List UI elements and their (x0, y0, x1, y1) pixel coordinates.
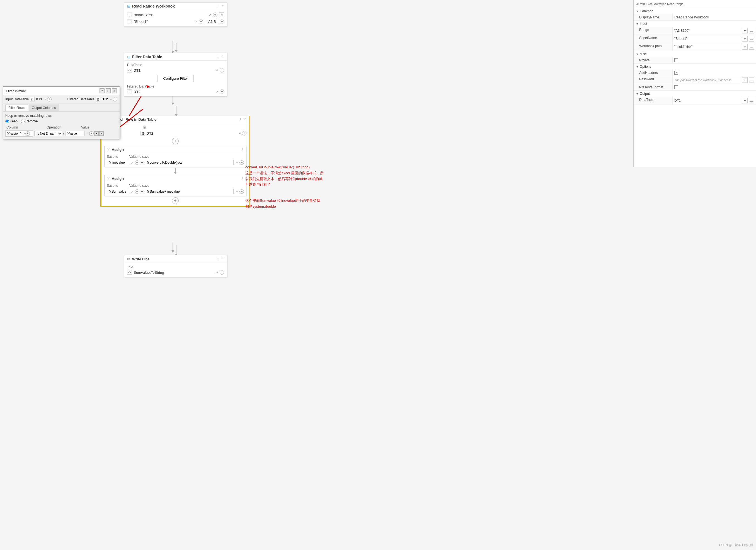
expand-icon-filtered: ↗ (110, 98, 112, 101)
filtered-badge: {} (127, 89, 132, 94)
foreach-collapse[interactable]: ⌃ (244, 118, 246, 122)
arrow-3 (175, 245, 178, 256)
assign2-title: Assign (112, 176, 124, 181)
help-button[interactable]: ? (100, 88, 105, 93)
configure-filter-button[interactable]: Configure Filter (157, 75, 194, 82)
input-label: Input (640, 22, 647, 26)
assign2-value-plus[interactable]: + (239, 189, 244, 194)
col-plus-button[interactable]: + (25, 131, 30, 136)
field2-plus[interactable]: + (199, 20, 203, 24)
workbookpath-ellipsis[interactable]: … (749, 44, 754, 50)
assign1-val-expand: ↗ (235, 161, 238, 164)
assign1-menu[interactable]: ⋮ (241, 148, 244, 152)
range-ellipsis[interactable]: … (749, 28, 754, 33)
add-step-button-1[interactable]: + (172, 138, 179, 144)
preserveformat-checkbox[interactable] (674, 85, 678, 89)
sheetname-ellipsis[interactable]: … (749, 36, 754, 42)
props-path: JiPath.Excel.Activities.ReadRange (634, 0, 756, 8)
radio-keep[interactable]: Keep (5, 119, 18, 123)
section-input-header[interactable]: ▼ Input (634, 21, 756, 27)
filter-dt-title-group: ⊟ Filter Data Table (127, 55, 162, 59)
assign2-value-box: {} Sumvalue+linevalue (145, 189, 234, 194)
value-to-save-label-1: Value to save (129, 155, 149, 159)
assign1-value-plus[interactable]: + (239, 160, 244, 165)
expand-icon-row: ↗ (86, 131, 89, 136)
svg-marker-9 (171, 250, 174, 253)
filtered-plus[interactable]: + (220, 89, 224, 94)
add-step-button-2[interactable]: + (172, 197, 179, 204)
private-checkbox[interactable] (674, 58, 678, 62)
dt-plus[interactable]: + (220, 68, 224, 72)
input-var: DT1 (36, 97, 42, 101)
read-range-icon: ⊞ (127, 4, 130, 8)
tab-output-columns[interactable]: Output Columns (29, 105, 59, 111)
write-line-menu[interactable]: ⋮ (216, 257, 220, 261)
operation-select[interactable]: Is Not Empty (34, 131, 62, 136)
radio-remove[interactable]: Remove (21, 119, 38, 123)
assign-node-1: (x) Assign ⋮ Save to Value to save {} li… (104, 146, 246, 167)
foreach-menu[interactable]: ⋮ (239, 118, 242, 122)
range-plus[interactable]: + (742, 28, 748, 33)
watermark: CSDN @三轮车上的礼帽 (719, 543, 753, 547)
section-options-header[interactable]: ▼ Options (634, 64, 756, 70)
expand-icon-input: ↗ (44, 98, 46, 101)
val-plus-button[interactable]: + (89, 131, 94, 136)
field1-expand-btn[interactable]: □ (219, 12, 224, 17)
tab-filter-rows[interactable]: Filter Rows (5, 105, 28, 111)
filter-op-cell: Is Not Empty ▾ (34, 131, 64, 136)
datatable-ellipsis[interactable]: … (749, 98, 754, 103)
field2-plus2[interactable]: + (220, 20, 224, 24)
section-output-header[interactable]: ▼ Output (634, 91, 756, 97)
sheetname-plus[interactable]: + (742, 36, 748, 42)
section-common-header[interactable]: ▼ Common (634, 8, 756, 14)
radio-remove-input[interactable] (21, 120, 25, 123)
addheaders-checkbox[interactable]: ✓ (674, 71, 678, 75)
assign1-saveto-plus[interactable]: + (135, 160, 139, 165)
password-plus[interactable]: + (742, 77, 748, 83)
assign2-title-group: (x) Assign (107, 176, 124, 181)
options-label: Options (640, 65, 651, 69)
minimize-button[interactable]: □ (106, 88, 111, 93)
assign2-expand: ↗ (131, 190, 133, 193)
displayname-label: DisplayName (634, 14, 673, 20)
assign2-col-headers: Save to Value to save (107, 184, 244, 188)
col-header-operation: Operation (47, 125, 80, 129)
delete-row-button[interactable]: × (94, 131, 99, 136)
field1-plus[interactable]: + (213, 13, 217, 17)
add-row-button[interactable]: + (99, 131, 104, 136)
filter-dt-collapse[interactable]: ⌃ (221, 55, 224, 59)
filter-dt-icon: ⊟ (127, 55, 130, 59)
write-line-collapse[interactable]: ⌃ (221, 257, 224, 261)
arrow-2 (175, 106, 178, 116)
filtered-plus-button[interactable]: + (113, 97, 117, 101)
in-plus[interactable]: + (242, 131, 246, 135)
read-range-collapse-icon[interactable]: ⌃ (221, 4, 224, 8)
datatable-plus[interactable]: + (742, 98, 748, 103)
props-row-preserveformat: PreserveFormat (634, 84, 756, 91)
props-row-range: Range "A1:B100" + … (634, 27, 756, 35)
props-row-private: Private (634, 57, 756, 64)
filter-wizard-title-bar: Filter Wizard ? □ × (3, 87, 120, 95)
read-range-menu-icon[interactable]: ⋮ (216, 4, 220, 8)
input-plus-button[interactable]: + (47, 97, 52, 101)
filter-col-cell: {} "custom" ↗ + (5, 130, 33, 137)
section-misc-header[interactable]: ▼ Misc (634, 51, 756, 57)
add-step-2: + (104, 197, 246, 204)
common-label: Common (640, 9, 653, 13)
assign2-saveto-box: {} Sumvalue (107, 189, 129, 194)
assign2-saveto-plus[interactable]: + (135, 189, 139, 194)
write-line-icon: ✏ (127, 257, 130, 261)
radio-keep-input[interactable] (5, 120, 9, 123)
assign2-menu[interactable]: ⋮ (241, 177, 244, 181)
sheetname-label: SheetName (634, 35, 673, 43)
write-plus[interactable]: + (220, 270, 224, 275)
close-button[interactable]: × (112, 88, 117, 93)
annotation-2-text: 这个里面Sumvalue 和linevalue两个的变量类型都是system.d… (245, 198, 320, 209)
password-ellipsis[interactable]: … (749, 77, 754, 83)
filter-wizard-dialog: Filter Wizard ? □ × Input DataTable {} D… (3, 86, 120, 139)
field2-badge: {} (127, 20, 132, 24)
workbookpath-plus[interactable]: + (742, 44, 748, 50)
filter-dt-menu[interactable]: ⋮ (216, 55, 220, 59)
filter-table-header: Column Operation Value (5, 125, 117, 129)
read-range-field-1: {} "book1.xlsx" ↗ + □ (127, 12, 224, 17)
